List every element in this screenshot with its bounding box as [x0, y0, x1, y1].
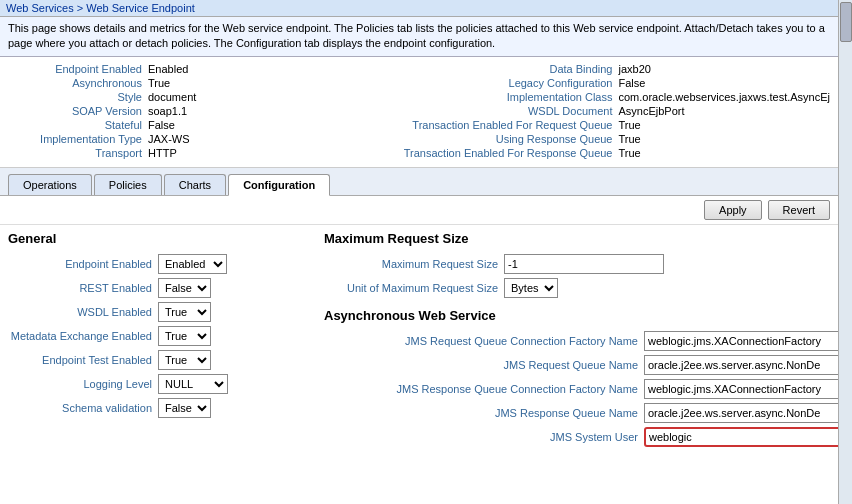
info-left-column: Endpoint Enabled Enabled Asynchronous Tr… — [8, 63, 358, 161]
jms-row-req-factory: JMS Request Queue Connection Factory Nam… — [324, 331, 838, 351]
form-row-wsdl-enabled: WSDL Enabled True False — [8, 302, 308, 322]
async-section: Asynchronous Web Service JMS Request Que… — [324, 308, 838, 447]
tab-policies[interactable]: Policies — [94, 174, 162, 195]
wsdl-enabled-select[interactable]: True False — [158, 302, 211, 322]
tab-charts[interactable]: Charts — [164, 174, 226, 195]
info-row-tx-resp: Transaction Enabled For Response Queue T… — [358, 147, 830, 159]
info-row-transport: Transport HTTP — [8, 147, 358, 159]
info-row-tx-req: Transaction Enabled For Request Queue Tr… — [358, 119, 830, 131]
metadata-exchange-select[interactable]: True False — [158, 326, 211, 346]
revert-button[interactable]: Revert — [768, 200, 830, 220]
info-row-stateful: Stateful False — [8, 119, 358, 131]
right-section: Maximum Request Size Maximum Request Siz… — [324, 231, 838, 451]
tab-bar: Operations Policies Charts Configuration — [0, 168, 838, 196]
breadcrumb-link-webservices[interactable]: Web Services — [6, 2, 74, 14]
jms-resp-factory-input[interactable] — [644, 379, 838, 399]
max-request-title: Maximum Request Size — [324, 231, 838, 246]
jms-req-queue-input[interactable] — [644, 355, 838, 375]
info-row-style: Style document — [8, 91, 358, 103]
form-row-rest-enabled: REST Enabled False True — [8, 278, 308, 298]
max-request-size-input[interactable] — [504, 254, 664, 274]
info-row-legacy-config: Legacy Configuration False — [358, 77, 830, 89]
form-row-unit-max-request: Unit of Maximum Request Size Bytes KB MB — [324, 278, 838, 298]
form-row-schema-validation: Schema validation False True — [8, 398, 308, 418]
info-row-soap: SOAP Version soap1.1 — [8, 105, 358, 117]
config-two-col: General Endpoint Enabled Enabled Disable… — [8, 231, 830, 451]
form-row-logging-level: Logging Level NULL DEBUG INFO — [8, 374, 308, 394]
endpoint-enabled-select[interactable]: Enabled Disabled — [158, 254, 227, 274]
general-section: General Endpoint Enabled Enabled Disable… — [8, 231, 308, 451]
schema-validation-select[interactable]: False True — [158, 398, 211, 418]
jms-row-system-user: JMS System User — [324, 427, 838, 447]
endpoint-test-select[interactable]: True False — [158, 350, 211, 370]
action-bar: Apply Revert — [0, 196, 838, 225]
jms-row-req-queue: JMS Request Queue Name — [324, 355, 838, 375]
info-row-databinding: Data Binding jaxb20 — [358, 63, 830, 75]
form-row-max-request-size: Maximum Request Size — [324, 254, 838, 274]
rest-enabled-select[interactable]: False True — [158, 278, 211, 298]
info-right-column: Data Binding jaxb20 Legacy Configuration… — [358, 63, 830, 161]
info-row-using-resp: Using Response Queue True — [358, 133, 830, 145]
unit-max-request-select[interactable]: Bytes KB MB — [504, 278, 558, 298]
tab-operations[interactable]: Operations — [8, 174, 92, 195]
jms-resp-queue-input[interactable] — [644, 403, 838, 423]
general-title: General — [8, 231, 308, 246]
page-description: This page shows details and metrics for … — [0, 17, 838, 57]
info-row-endpoint-enabled: Endpoint Enabled Enabled — [8, 63, 358, 75]
configuration-content: General Endpoint Enabled Enabled Disable… — [0, 225, 838, 504]
jms-system-user-input[interactable] — [644, 427, 838, 447]
info-row-impl-class: Implementation Class com.oracle.webservi… — [358, 91, 830, 103]
form-row-metadata-exchange: Metadata Exchange Enabled True False — [8, 326, 308, 346]
info-row-wsdl-doc: WSDL Document AsyncEjbPort — [358, 105, 830, 117]
info-row-async: Asynchronous True — [8, 77, 358, 89]
jms-row-resp-factory: JMS Response Queue Connection Factory Na… — [324, 379, 838, 399]
tab-configuration[interactable]: Configuration — [228, 174, 330, 196]
scrollbar[interactable] — [838, 0, 852, 504]
form-row-endpoint-test: Endpoint Test Enabled True False — [8, 350, 308, 370]
scrollbar-thumb[interactable] — [840, 2, 852, 42]
form-row-endpoint-enabled: Endpoint Enabled Enabled Disabled — [8, 254, 308, 274]
breadcrumb: Web Services > Web Service Endpoint — [0, 0, 838, 17]
apply-button[interactable]: Apply — [704, 200, 762, 220]
async-title: Asynchronous Web Service — [324, 308, 838, 323]
info-row-impl-type: Implementation Type JAX-WS — [8, 133, 358, 145]
jms-req-factory-input[interactable] — [644, 331, 838, 351]
logging-level-select[interactable]: NULL DEBUG INFO — [158, 374, 228, 394]
jms-row-resp-queue: JMS Response Queue Name — [324, 403, 838, 423]
endpoint-info: Endpoint Enabled Enabled Asynchronous Tr… — [0, 57, 838, 168]
